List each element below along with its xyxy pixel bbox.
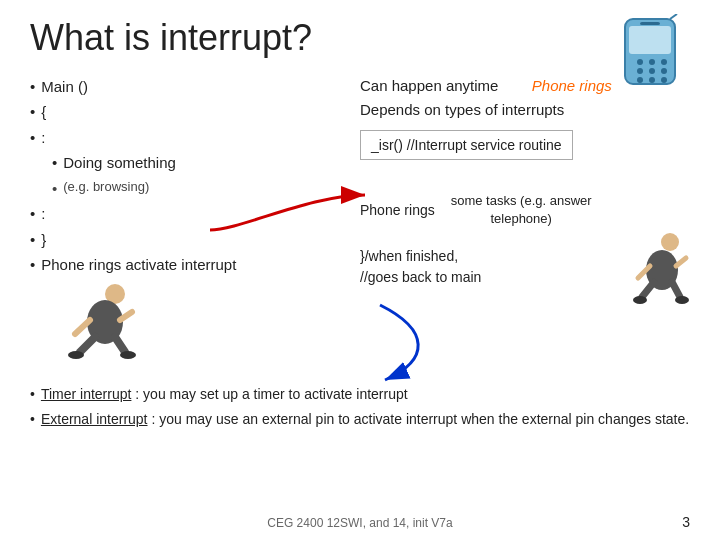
can-happen-text: Can happen anytime Phone rings Depends o… [360,74,690,122]
bottom-bullet-text-2: External interrupt : you may use an exte… [41,409,689,430]
svg-point-17 [68,351,84,359]
bottom-bullet-list: • Timer interrupt : you may set up a tim… [30,384,690,430]
bullet-text-3: : [41,125,45,151]
isr-label: _isr() //Interrupt service routine [371,137,562,153]
person-2-silhouette [630,232,690,316]
depends-label: Depends on types of interrupts [360,101,564,118]
bullet-text-2: { [41,99,46,125]
isr-box: _isr() //Interrupt service routine [360,130,573,160]
bullet-colon-2: • : [30,201,350,227]
bullet-text-6: : [41,201,45,227]
bullet-colon-1: • : [30,125,350,151]
person-silhouette [60,282,350,376]
svg-point-5 [661,59,667,65]
svg-line-15 [80,337,95,352]
timer-interrupt-rest: : you may set up a timer to activate int… [135,386,407,402]
right-column: Can happen anytime Phone rings Depends o… [350,74,690,376]
svg-line-12 [670,14,677,19]
bullet-text-4: Doing something [63,150,176,176]
svg-point-18 [120,351,136,359]
svg-point-3 [637,59,643,65]
svg-point-26 [675,296,689,304]
phone-rings-mid-label: Phone rings [360,202,435,218]
bullet-text-7: } [41,227,46,253]
svg-line-16 [115,337,125,352]
left-column: • Main () • { • : • Doing something • [30,74,350,376]
bullet-doing: • Doing something [30,150,350,176]
can-happen-label: Can happen anytime [360,77,498,94]
bullet-icon-3: • [30,125,35,151]
page: What is interrupt? [0,0,720,540]
bullet-text-5: (e.g. browsing) [63,176,149,198]
footer: CEG 2400 12SWI, and 14, init V7a [0,516,720,530]
bullet-text-1: Main () [41,74,88,100]
bullet-list: • Main () • { • : • Doing something • [30,74,350,278]
bullet-icon-7: • [30,227,35,253]
bottom-bullet-text-1: Timer interrupt : you may set up a timer… [41,384,408,405]
phone-rings-row: Phone rings some tasks (e.g. answertelep… [360,192,690,228]
external-interrupt-rest: : you may use an external pin to activat… [151,411,689,427]
timer-interrupt-label: Timer interrupt [41,386,132,402]
bullet-brace-open: • { [30,99,350,125]
page-title: What is interrupt? [30,18,690,58]
bottom-bullet-icon-2: • [30,409,35,430]
bullet-icon-5: • [52,176,57,202]
bottom-bullet-icon-1: • [30,384,35,405]
bullet-icon-2: • [30,99,35,125]
svg-line-24 [672,282,680,297]
bullet-icon-4: • [52,150,57,176]
svg-line-20 [120,312,132,320]
external-interrupt-label: External interrupt [41,411,148,427]
svg-point-4 [649,59,655,65]
svg-line-28 [676,258,686,266]
phone-rings-mid-text: Phone rings [360,202,435,218]
some-tasks-text: some tasks (e.g. answertelephone) [451,192,592,228]
svg-rect-1 [629,26,671,54]
phone-rings-orange: Phone rings [532,77,612,94]
svg-line-23 [642,282,654,297]
bullet-phone-rings: • Phone rings activate interrupt [30,252,350,278]
svg-point-25 [633,296,647,304]
svg-point-21 [661,233,679,251]
bullet-icon-6: • [30,201,35,227]
page-number: 3 [682,514,690,530]
footer-text: CEG 2400 12SWI, and 14, init V7a [267,516,452,530]
bullet-main: • Main () [30,74,350,100]
bullet-icon-1: • [30,74,35,100]
bullet-icon-8: • [30,252,35,278]
svg-rect-2 [640,22,660,25]
bottom-bullet-timer: • Timer interrupt : you may set up a tim… [30,384,690,405]
bottom-bullet-external: • External interrupt : you may use an ex… [30,409,690,430]
bottom-section: • Timer interrupt : you may set up a tim… [30,384,690,430]
bullet-text-8: Phone rings activate interrupt [41,252,236,278]
bullet-brace-close: • } [30,227,350,253]
bullet-browsing: • (e.g. browsing) [30,176,350,202]
